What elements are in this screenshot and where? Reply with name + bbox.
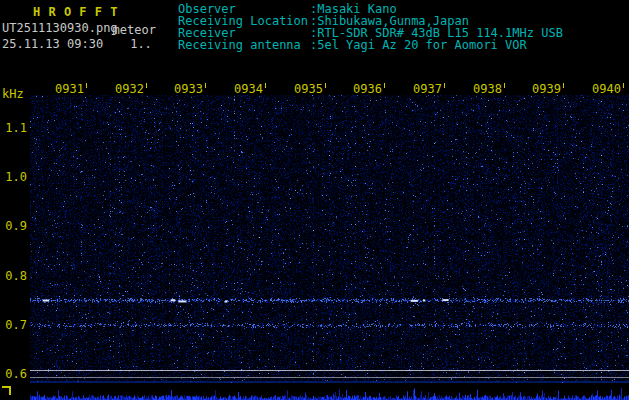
x-tick-label: 0938 bbox=[473, 83, 505, 95]
y-tick-label: 0.7 bbox=[0, 319, 27, 331]
signal-meter-canvas bbox=[30, 386, 629, 400]
y-tick-label: 1.1 bbox=[0, 122, 27, 134]
x-tick-label: 0934 bbox=[234, 83, 266, 95]
y-tick-label: 0.6 bbox=[0, 368, 27, 380]
x-tick-label: 0935 bbox=[294, 83, 326, 95]
x-tick-label: 0939 bbox=[532, 83, 564, 95]
y-tick-label: 1.0 bbox=[0, 171, 27, 183]
station-row: Receiving antenna:5el Yagi Az 20 for Aom… bbox=[178, 39, 563, 51]
info-label: Receiving antenna bbox=[178, 39, 310, 51]
x-tick-label: 0937 bbox=[413, 83, 445, 95]
y-axis-unit: kHz bbox=[0, 88, 27, 100]
datetime-label: 25.11.13 09:30 bbox=[2, 37, 103, 51]
y-tick-label: 0.9 bbox=[0, 220, 27, 232]
x-tick-label: 0933 bbox=[174, 83, 206, 95]
date-line: 25.11.13 09:301.. bbox=[2, 37, 152, 51]
file-line: UT2511130930.pngmeteor bbox=[2, 21, 161, 35]
station-info: Observer:Masaki Kano Receiving Location:… bbox=[178, 3, 563, 51]
filename-label: UT2511130930.png bbox=[2, 21, 118, 35]
x-tick-label: 0940 bbox=[592, 83, 624, 95]
x-tick-label: 0932 bbox=[115, 83, 147, 95]
mode-label: meteor bbox=[113, 23, 156, 37]
counter-label: 1.. bbox=[130, 37, 152, 51]
hrofft-output: H R O F F T UT2511130930.pngmeteor 25.11… bbox=[0, 0, 629, 400]
x-tick-label: 0931 bbox=[55, 83, 87, 95]
info-value: :5el Yagi Az 20 for Aomori VOR bbox=[310, 38, 527, 52]
bottom-left-axis-mark bbox=[2, 386, 11, 395]
y-tick-label: 0.8 bbox=[0, 270, 27, 282]
spectrogram-canvas bbox=[30, 95, 629, 383]
x-tick-label: 0936 bbox=[353, 83, 385, 95]
app-title: H R O F F T bbox=[33, 5, 118, 19]
